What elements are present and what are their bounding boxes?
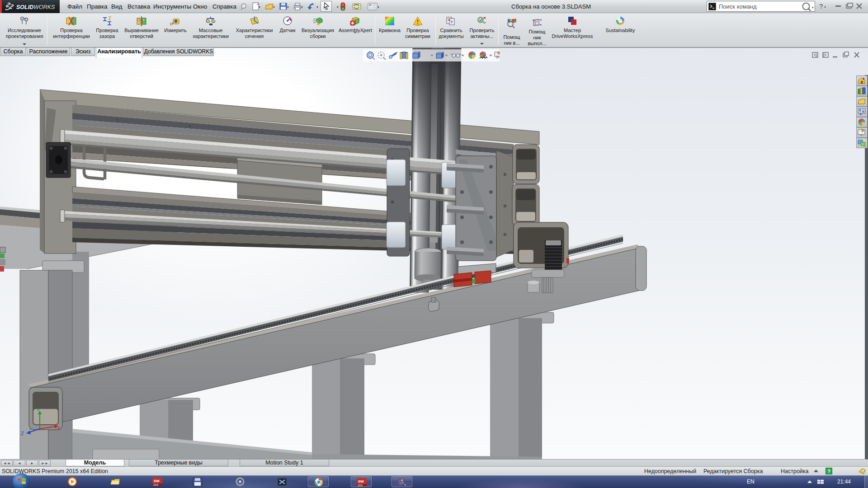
svg-text:2015: 2015: [358, 484, 363, 487]
svg-text:SOLIDWORKS: SOLIDWORKS: [16, 4, 55, 10]
svg-text:SW: SW: [154, 479, 160, 483]
svg-text:?: ?: [450, 20, 453, 24]
svg-text:X: X: [57, 426, 61, 431]
svg-text:Z: Z: [21, 431, 24, 436]
svg-text:Y: Y: [37, 407, 40, 413]
svg-text:SW: SW: [358, 479, 364, 483]
svg-text:2015: 2015: [153, 483, 158, 486]
svg-text:?: ?: [819, 2, 823, 10]
